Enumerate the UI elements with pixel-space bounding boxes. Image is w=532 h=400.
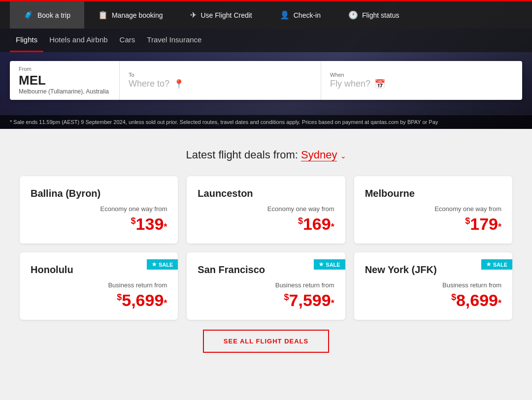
deal-destination-launceston: Launceston	[198, 188, 334, 199]
top-navigation: 🧳Book a trip📋Manage booking✈Use Flight C…	[0, 0, 532, 29]
flight-status-icon: 🕐	[348, 10, 358, 20]
use-flight-credit-label: Use Flight Credit	[200, 11, 252, 19]
deal-card-ballina[interactable]: Ballina (Byron) Economy one way from $13…	[20, 176, 178, 244]
deal-type-san-francisco: Business return from	[198, 281, 334, 289]
nav-item-flight-status[interactable]: 🕐Flight status	[334, 1, 413, 29]
nav-item-use-flight-credit[interactable]: ✈Use Flight Credit	[176, 1, 266, 29]
use-flight-credit-icon: ✈	[190, 10, 197, 20]
nav-item-book-trip[interactable]: 🧳Book a trip	[10, 1, 84, 29]
deal-price-melbourne: $179*	[365, 215, 501, 234]
star-icon: ★	[152, 261, 157, 268]
from-field[interactable]: From MEL Melbourne (Tullamarine), Austra…	[10, 61, 120, 100]
when-label: When	[330, 72, 513, 78]
to-label: To	[129, 72, 312, 78]
star-icon: ★	[319, 261, 324, 268]
nav-item-check-in[interactable]: 👤Check-in	[266, 1, 334, 29]
sale-badge-label: SALE	[326, 262, 340, 268]
deal-type-launceston: Economy one way from	[198, 205, 334, 213]
sale-notice-text: * Sale ends 11.59pm (AEST) 9 September 2…	[10, 119, 438, 125]
book-trip-icon: 🧳	[24, 10, 33, 20]
sale-badge: ★SALE	[147, 259, 178, 270]
deal-card-san-francisco[interactable]: ★SALE San Francisco Business return from…	[187, 252, 345, 320]
deals-row: Ballina (Byron) Economy one way from $13…	[20, 176, 512, 244]
calendar-icon: 📅	[374, 79, 385, 90]
deal-price-ballina: $139*	[31, 215, 167, 234]
deal-card-honolulu[interactable]: ★SALE Honolulu Business return from $5,6…	[20, 252, 178, 320]
deals-grid: Ballina (Byron) Economy one way from $13…	[20, 176, 512, 320]
sub-nav-cars[interactable]: Cars	[114, 29, 141, 52]
sub-nav-hotels[interactable]: Hotels and Airbnb	[43, 29, 113, 52]
location-icon: 📍	[173, 79, 184, 90]
from-code: MEL	[19, 73, 110, 88]
deal-destination-melbourne: Melbourne	[365, 188, 501, 199]
deal-card-launceston[interactable]: Launceston Economy one way from $169*	[187, 176, 345, 244]
to-field[interactable]: To Where to? 📍	[120, 61, 321, 100]
sale-badge-label: SALE	[159, 262, 173, 268]
sale-badge: ★SALE	[481, 259, 512, 270]
deal-type-ballina: Economy one way from	[31, 205, 167, 213]
deal-type-honolulu: Business return from	[31, 281, 167, 289]
deals-title-prefix: Latest flight deals from:	[186, 149, 301, 161]
deal-price-honolulu: $5,699*	[31, 291, 167, 310]
sub-nav-travel-insurance[interactable]: Travel Insurance	[141, 29, 207, 52]
deal-card-melbourne[interactable]: Melbourne Economy one way from $179*	[354, 176, 512, 244]
manage-booking-label: Manage booking	[112, 11, 163, 19]
sub-navigation: FlightsHotels and AirbnbCarsTravel Insur…	[0, 29, 532, 52]
chevron-down-icon: ⌄	[340, 152, 346, 160]
star-icon: ★	[486, 261, 491, 268]
deal-price-san-francisco: $7,599*	[198, 291, 334, 310]
deals-city-link[interactable]: Sydney	[301, 149, 337, 161]
see-all-button[interactable]: SEE ALL FLIGHT DEALS	[203, 330, 329, 353]
deals-section: Latest flight deals from: Sydney ⌄ Balli…	[0, 129, 532, 368]
nav-item-manage-booking[interactable]: 📋Manage booking	[84, 1, 177, 29]
deal-price-new-york: $8,699*	[365, 291, 501, 310]
book-trip-label: Book a trip	[37, 11, 70, 19]
check-in-icon: 👤	[280, 10, 290, 20]
sale-badge-label: SALE	[493, 262, 507, 268]
deals-row: ★SALE Honolulu Business return from $5,6…	[20, 252, 512, 320]
from-label: From	[19, 66, 110, 72]
manage-booking-icon: 📋	[98, 10, 108, 20]
deal-type-melbourne: Economy one way from	[365, 205, 501, 213]
to-placeholder: Where to?	[129, 79, 169, 89]
hero-section: 🧳Book a trip📋Manage booking✈Use Flight C…	[0, 0, 532, 129]
check-in-label: Check-in	[294, 11, 321, 19]
when-placeholder: Fly when?	[330, 79, 370, 89]
flight-status-label: Flight status	[362, 11, 399, 19]
sub-nav-flights[interactable]: Flights	[10, 29, 43, 52]
when-field[interactable]: When Fly when? 📅	[321, 61, 522, 100]
from-full: Melbourne (Tullamarine), Australia	[19, 88, 110, 95]
sale-notice: * Sale ends 11.59pm (AEST) 9 September 2…	[0, 115, 532, 129]
deal-destination-ballina: Ballina (Byron)	[31, 188, 167, 199]
search-form: From MEL Melbourne (Tullamarine), Austra…	[10, 61, 522, 100]
sale-badge: ★SALE	[314, 259, 345, 270]
deal-type-new-york: Business return from	[365, 281, 501, 289]
deal-card-new-york[interactable]: ★SALE New York (JFK) Business return fro…	[354, 252, 512, 320]
deal-price-launceston: $169*	[198, 215, 334, 234]
deals-title: Latest flight deals from: Sydney ⌄	[20, 149, 512, 161]
